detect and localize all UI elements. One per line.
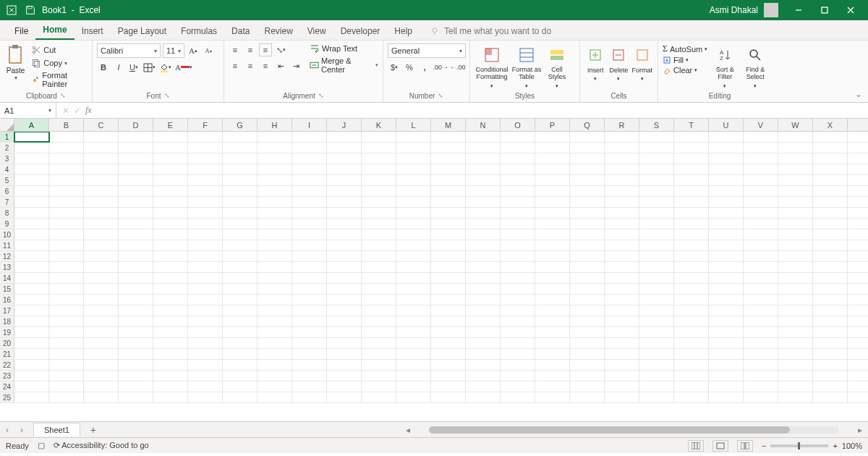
cell[interactable] [639, 175, 674, 185]
cell[interactable] [744, 251, 778, 261]
cell[interactable] [188, 132, 223, 142]
wrap-text-button[interactable]: Wrap Text [310, 43, 378, 54]
cell[interactable] [535, 175, 570, 185]
cell[interactable] [396, 371, 431, 381]
cell[interactable] [119, 143, 153, 153]
cell[interactable] [639, 186, 674, 196]
cell[interactable] [535, 360, 570, 370]
cell[interactable] [744, 164, 778, 174]
cell[interactable] [570, 371, 605, 381]
cell[interactable] [501, 295, 535, 305]
cell[interactable] [153, 262, 188, 272]
cell[interactable] [153, 381, 188, 392]
cell[interactable] [778, 371, 813, 381]
row-header[interactable]: 8 [0, 208, 14, 218]
number-dialog-icon[interactable]: ⤡ [438, 92, 443, 99]
orientation-icon[interactable]: ⤡▾ [274, 43, 287, 56]
font-name-select[interactable]: Calibri▾ [97, 43, 161, 58]
cell[interactable] [466, 360, 501, 370]
cell[interactable] [709, 381, 744, 392]
cell[interactable] [778, 229, 813, 240]
cell[interactable] [258, 132, 292, 142]
cell[interactable] [744, 381, 778, 392]
cell[interactable] [778, 164, 813, 174]
cell[interactable] [362, 229, 396, 240]
cell[interactable] [258, 360, 292, 370]
cell[interactable] [223, 143, 258, 153]
cell[interactable] [188, 371, 223, 381]
row-header[interactable]: 21 [0, 349, 14, 359]
cell[interactable] [292, 295, 327, 305]
cell[interactable] [258, 197, 292, 207]
cell[interactable] [674, 273, 709, 283]
cell[interactable] [153, 208, 188, 218]
column-header[interactable]: U [709, 119, 744, 131]
cell[interactable] [327, 164, 362, 174]
cell[interactable] [14, 153, 49, 164]
cell[interactable] [327, 360, 362, 370]
cell[interactable] [431, 327, 466, 337]
cell[interactable] [639, 197, 674, 207]
cell[interactable] [778, 349, 813, 359]
cell[interactable] [674, 251, 709, 261]
cell[interactable] [813, 392, 848, 402]
cell[interactable] [396, 392, 431, 402]
column-header[interactable]: V [744, 119, 778, 131]
cell[interactable] [292, 186, 327, 196]
cell[interactable] [14, 229, 49, 240]
paste-button[interactable]: Paste▾ [4, 43, 27, 81]
cell[interactable] [431, 208, 466, 218]
cell[interactable] [535, 284, 570, 294]
cell[interactable] [84, 381, 119, 392]
cell[interactable] [153, 284, 188, 294]
cell[interactable] [362, 392, 396, 402]
cell[interactable] [362, 316, 396, 326]
cell[interactable] [292, 240, 327, 250]
cell[interactable] [466, 295, 501, 305]
cell[interactable] [223, 229, 258, 240]
cell[interactable] [188, 143, 223, 153]
cell[interactable] [535, 143, 570, 153]
cell[interactable] [570, 295, 605, 305]
cell[interactable] [84, 175, 119, 185]
cell[interactable] [153, 132, 188, 142]
cell[interactable] [223, 305, 258, 316]
cell[interactable] [327, 381, 362, 392]
cell[interactable] [639, 219, 674, 229]
cell[interactable] [119, 316, 153, 326]
cell[interactable] [744, 197, 778, 207]
cell[interactable] [119, 371, 153, 381]
cell[interactable] [84, 197, 119, 207]
cell[interactable] [14, 392, 49, 402]
cell[interactable] [674, 316, 709, 326]
cell[interactable] [223, 262, 258, 272]
cell[interactable] [292, 153, 327, 164]
cell[interactable] [396, 262, 431, 272]
cell[interactable] [639, 251, 674, 261]
cell[interactable] [223, 371, 258, 381]
cell[interactable] [570, 240, 605, 250]
cell[interactable] [362, 208, 396, 218]
cell[interactable] [153, 349, 188, 359]
cell[interactable] [258, 175, 292, 185]
cell[interactable] [258, 371, 292, 381]
cell[interactable] [292, 371, 327, 381]
cell[interactable] [744, 284, 778, 294]
column-header[interactable]: B [49, 119, 84, 131]
row-header[interactable]: 5 [0, 175, 14, 185]
cell[interactable] [292, 219, 327, 229]
cell[interactable] [84, 316, 119, 326]
cell[interactable] [501, 208, 535, 218]
row-header[interactable]: 16 [0, 295, 14, 305]
underline-button[interactable]: U▾ [127, 61, 140, 74]
cell[interactable] [14, 295, 49, 305]
cell[interactable] [674, 262, 709, 272]
formula-input[interactable] [98, 103, 868, 118]
cell[interactable] [49, 392, 84, 402]
column-header[interactable]: R [605, 119, 639, 131]
cell[interactable] [223, 273, 258, 283]
cell[interactable] [813, 360, 848, 370]
cell[interactable] [813, 338, 848, 348]
cell[interactable] [84, 338, 119, 348]
cell[interactable] [258, 262, 292, 272]
